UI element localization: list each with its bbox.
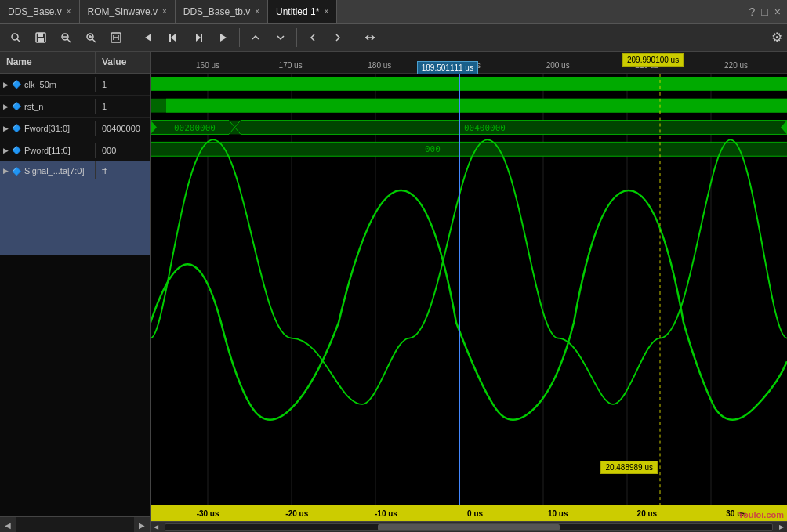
signal-type-icon-fword: 🔷: [12, 124, 21, 132]
tab-untitled-close[interactable]: ×: [324, 7, 328, 16]
tab-rom-sinwave-close[interactable]: ×: [162, 7, 167, 16]
stretch-button[interactable]: [359, 27, 381, 49]
svg-rect-3: [38, 33, 43, 37]
signal-label-fword: Fword[31:0]: [24, 124, 70, 133]
zoom-out-button[interactable]: [55, 27, 77, 49]
signal-row-rstn[interactable]: ▶ 🔷 rst_n 1: [0, 96, 150, 118]
minimize-icon[interactable]: □: [761, 5, 767, 18]
down-button[interactable]: [270, 27, 292, 49]
signal-label-clk50m: clk_50m: [24, 80, 56, 89]
scroll-thumb[interactable]: [378, 524, 560, 530]
svg-text:00200000: 00200000: [174, 124, 216, 134]
save-button[interactable]: [30, 27, 52, 49]
signal-row-fword[interactable]: ▶ 🔷 Fword[31:0] 00400000: [0, 118, 150, 139]
signal-type-icon-rstn: 🔷: [12, 102, 21, 110]
tab-untitled-label: Untitled 1*: [276, 6, 319, 17]
svg-marker-17: [171, 34, 176, 42]
waveform-area[interactable]: 00200000 00400000 000: [151, 74, 787, 505]
sep2: [239, 28, 240, 47]
expand-pword[interactable]: ▶: [3, 147, 9, 154]
close-window-icon[interactable]: ×: [774, 5, 781, 18]
tab-dds-base-close[interactable]: ×: [67, 7, 71, 16]
name-column-header: Name: [0, 52, 95, 73]
next-edge-button[interactable]: [327, 27, 349, 49]
signal-type-icon-pword: 🔷: [12, 146, 21, 154]
first-button[interactable]: [162, 27, 184, 49]
scroll-right-button[interactable]: ▶: [776, 522, 787, 533]
time-label-220: 220 us: [724, 61, 748, 70]
watermark: Youloi.com: [738, 510, 784, 519]
svg-marker-21: [220, 34, 227, 42]
scroll-track[interactable]: [165, 523, 773, 531]
svg-line-11: [92, 39, 96, 42]
gear-icon[interactable]: ⚙: [771, 30, 782, 45]
tab-rom-sinwave-label: ROM_Sinwave.v: [88, 6, 158, 17]
tab-rom-sinwave[interactable]: ROM_Sinwave.v ×: [80, 0, 176, 23]
signal-row-clk50m[interactable]: ▶ 🔷 clk_50m 1: [0, 74, 150, 96]
tab-dds-base-tb[interactable]: DDS_Base_tb.v ×: [176, 0, 268, 23]
titlebar-controls: ? □ ×: [749, 5, 787, 18]
tab-dds-base[interactable]: DDS_Base.v ×: [0, 0, 80, 23]
expand-rstn[interactable]: ▶: [3, 103, 9, 110]
main-content: Name Value ▶ 🔷 clk_50m 1 ▶ 🔷 rst_n 1: [0, 52, 787, 532]
time-label-160: 160 us: [196, 61, 219, 70]
zoom-fit-button[interactable]: [5, 27, 27, 49]
titlebar: DDS_Base.v × ROM_Sinwave.v × DDS_Base_tb…: [0, 0, 787, 24]
svg-text:00400000: 00400000: [464, 124, 506, 134]
left-scrollbar: ◀ ▶: [0, 516, 150, 532]
expand-analog[interactable]: ▶: [3, 167, 9, 175]
prev-edge-button[interactable]: [302, 27, 324, 49]
last-button[interactable]: [187, 27, 209, 49]
tab-untitled[interactable]: Untitled 1* ×: [268, 0, 337, 23]
svg-line-7: [67, 39, 71, 42]
signal-value-fword: 00400000: [95, 121, 150, 136]
bottom-time-label-m20: -20 us: [285, 509, 308, 518]
svg-point-0: [12, 34, 18, 40]
fit-button[interactable]: [105, 27, 127, 49]
signal-name-pword: ▶ 🔷 Pword[11:0]: [0, 143, 95, 158]
scroll-up-button[interactable]: ◀: [0, 517, 16, 532]
zoom-in-button[interactable]: [80, 27, 102, 49]
scroll-left-button[interactable]: ◀: [151, 522, 161, 533]
signal-name-fword: ▶ 🔷 Fword[31:0]: [0, 121, 95, 136]
signal-value-pword: 000: [95, 143, 150, 158]
signal-value-clk50m: 1: [95, 77, 150, 92]
next-cursor-button[interactable]: [212, 27, 234, 49]
signal-name-analog: ▶ 🔷 Signal_...ta[7:0]: [0, 161, 95, 179]
bottom-time-label-0: 0 us: [467, 509, 483, 518]
bottom-time-label-20: 20 us: [637, 509, 658, 518]
horizontal-scrollbar: ◀ ▶: [151, 521, 787, 532]
prev-cursor-button[interactable]: [137, 27, 159, 49]
signal-value-analog: ff: [95, 161, 150, 179]
signal-type-icon-clk50m: 🔷: [12, 80, 21, 89]
bottom-time-label-m30: -30 us: [197, 509, 219, 518]
svg-line-1: [17, 39, 20, 42]
value-column-header: Value: [95, 52, 150, 73]
bottom-time-label-10: 10 us: [548, 509, 568, 518]
scroll-track-left[interactable]: [16, 517, 134, 532]
signal-value-rstn: 1: [95, 99, 150, 114]
svg-text:000: 000: [425, 144, 441, 154]
sep1: [132, 28, 132, 47]
svg-rect-23: [151, 74, 787, 505]
bottom-time-label-m10: -10 us: [375, 509, 397, 518]
help-icon[interactable]: ?: [749, 5, 756, 18]
sep4: [354, 28, 354, 47]
signal-type-icon-analog: 🔷: [12, 167, 21, 176]
time-label-200: 200 us: [546, 61, 570, 70]
time-ruler: 209.990100 us 189.501111 us 160 us 170 u…: [151, 52, 787, 74]
tab-dds-base-tb-close[interactable]: ×: [255, 7, 259, 16]
toolbar: ⚙: [0, 24, 787, 52]
scroll-down-button[interactable]: ▶: [134, 517, 150, 532]
time-label-170: 170 us: [279, 61, 303, 70]
expand-clk50m[interactable]: ▶: [3, 81, 9, 89]
signal-label-rstn: rst_n: [24, 102, 43, 111]
signal-row-pword[interactable]: ▶ 🔷 Pword[11:0] 000: [0, 139, 150, 161]
signal-row-analog[interactable]: ▶ 🔷 Signal_...ta[7:0] ff: [0, 161, 150, 255]
expand-fword[interactable]: ▶: [3, 125, 9, 132]
up-button[interactable]: [245, 27, 267, 49]
small-marker-tooltip: 20.488989 us: [600, 461, 658, 474]
signal-list-header: Name Value: [0, 52, 150, 74]
waveform-panel: 209.990100 us 189.501111 us 160 us 170 u…: [151, 52, 787, 532]
svg-rect-31: [151, 77, 787, 91]
